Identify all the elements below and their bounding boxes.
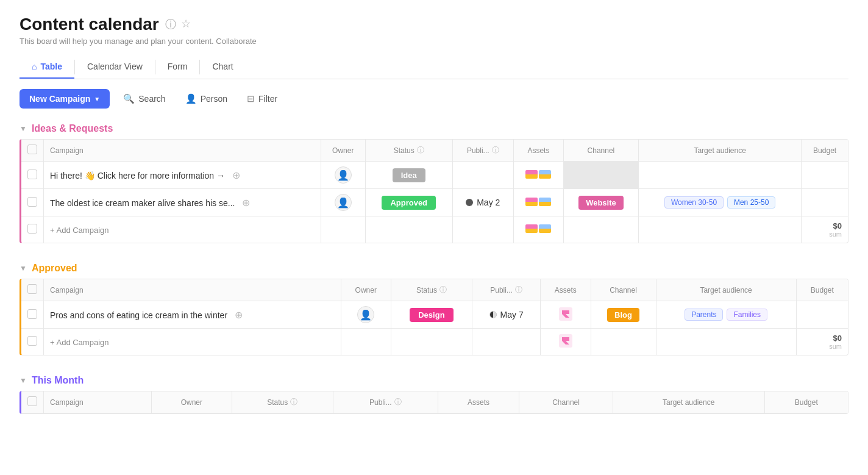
ideas-col-audience: Target audience — [638, 140, 801, 162]
ideas-chevron-icon[interactable]: ▼ — [20, 124, 27, 133]
approved-header-checkbox[interactable] — [27, 284, 37, 294]
ideas-section-title: Ideas & Requests — [32, 123, 113, 134]
filter-button[interactable]: ⊟ Filter — [241, 90, 283, 108]
row1-check — [21, 162, 44, 189]
star-icon[interactable]: ☆ — [181, 17, 191, 32]
tab-chart[interactable]: Chart — [200, 55, 245, 79]
row1-audience — [638, 162, 801, 189]
thismonth-header-checkbox[interactable] — [27, 396, 37, 406]
toolbar: New Campaign ▼ 🔍 Search 👤 Person ⊟ Filte… — [20, 89, 848, 109]
search-button[interactable]: 🔍 Search — [117, 90, 171, 108]
add-assets — [513, 216, 563, 243]
row2-budget — [802, 189, 848, 216]
thismonth-col-campaign: Campaign — [44, 391, 152, 413]
thismonth-status-info-icon: ⓘ — [290, 397, 297, 407]
row1-status-badge: Idea — [393, 168, 425, 182]
info-icon[interactable]: ⓘ — [165, 17, 176, 32]
add-check — [21, 216, 44, 243]
table-row: Pros and cons of eating ice cream in the… — [21, 301, 848, 329]
row2-status: Approved — [365, 189, 452, 216]
title-icons: ⓘ ☆ — [165, 17, 191, 32]
ap-add-audience — [656, 329, 796, 355]
ap-add-status — [391, 329, 472, 355]
tab-calendar[interactable]: Calendar View — [75, 55, 155, 79]
row2-campaign: The oldest ice cream maker alive shares … — [44, 189, 321, 216]
ap-row1-publi-dot — [489, 311, 497, 318]
section-ideas: ▼ Ideas & Requests Campaign Owner Status… — [20, 123, 848, 243]
search-icon: 🔍 — [123, 93, 135, 104]
ap-row1-publi-date: May 7 — [500, 310, 524, 320]
ap-row1-audience-tag1: Parents — [685, 309, 723, 321]
ap-add-channel — [591, 329, 656, 355]
add-audience — [638, 216, 801, 243]
ap-add-assets — [540, 329, 591, 355]
ideas-sum-sub: sum — [808, 230, 842, 238]
thismonth-col-assets: Assets — [438, 391, 519, 413]
ap-row1-campaign: Pros and cons of eating ice cream in the… — [44, 301, 341, 329]
thismonth-header-row: Campaign Owner Status ⓘ Publi... ⓘ Asset… — [21, 391, 848, 413]
approved-col-publi: Publi... ⓘ — [472, 279, 541, 301]
approved-section-title: Approved — [32, 263, 77, 274]
tab-table[interactable]: ⌂ Table — [20, 55, 74, 79]
approved-col-status: Status ⓘ — [391, 279, 472, 301]
row2-publi: May 2 — [452, 189, 513, 216]
ideas-col-budget: Budget — [802, 140, 848, 162]
row1-owner: 👤 — [321, 162, 365, 189]
ideas-col-campaign: Campaign — [44, 140, 321, 162]
thismonth-col-publi: Publi... ⓘ — [333, 391, 438, 413]
ap-row1-add-icon[interactable]: ⊕ — [235, 310, 243, 320]
row2-publi-date: May 2 — [477, 198, 500, 207]
ideas-col-check — [21, 140, 44, 162]
ap-add-checkbox[interactable] — [27, 336, 37, 346]
ap-row1-checkbox[interactable] — [27, 309, 37, 319]
row2-campaign-text: The oldest ice cream maker alive shares … — [50, 198, 235, 208]
approved-col-audience: Target audience — [656, 279, 796, 301]
chevron-down-icon: ▼ — [94, 96, 100, 102]
ideas-col-status: Status ⓘ — [365, 140, 452, 162]
thismonth-col-budget: Budget — [764, 391, 848, 413]
ideas-sum-value: $0 — [808, 221, 842, 230]
add-campaign-cell[interactable]: + Add Campaign — [44, 216, 321, 243]
ap-add-check — [21, 329, 44, 355]
approved-status-info-icon: ⓘ — [439, 285, 447, 295]
tab-form[interactable]: Form — [155, 55, 200, 79]
approved-chevron-icon[interactable]: ▼ — [20, 264, 27, 273]
ideas-table: Campaign Owner Status ⓘ Publi... ⓘ Asset… — [21, 140, 848, 243]
add-publi — [452, 216, 513, 243]
approved-col-assets: Assets — [540, 279, 591, 301]
ap-add-publi — [472, 329, 541, 355]
tab-calendar-label: Calendar View — [87, 62, 143, 71]
row1-assets-flags — [525, 170, 551, 179]
flag4 — [539, 198, 551, 206]
row1-add-icon[interactable]: ⊕ — [232, 170, 240, 180]
tab-form-label: Form — [168, 62, 188, 71]
person-button[interactable]: 👤 Person — [179, 90, 233, 108]
row2-add-icon[interactable]: ⊕ — [242, 198, 250, 208]
row1-campaign-text: Hi there! 👋 Click here for more informat… — [50, 171, 225, 180]
row2-owner: 👤 — [321, 189, 365, 216]
row1-channel — [563, 162, 638, 189]
thismonth-col-owner: Owner — [151, 391, 232, 413]
ap-add-owner — [341, 329, 391, 355]
new-campaign-label: New Campaign — [29, 94, 90, 104]
row1-checkbox[interactable] — [27, 170, 37, 179]
framer-icon — [559, 307, 572, 321]
add-campaign-row: + Add Campaign — [21, 216, 848, 243]
ap-add-campaign-label[interactable]: + Add Campaign — [50, 338, 108, 347]
thismonth-chevron-icon[interactable]: ▼ — [20, 376, 27, 385]
new-campaign-button[interactable]: New Campaign ▼ — [20, 89, 110, 109]
approved-col-budget: Budget — [796, 279, 848, 301]
row2-channel: Website — [563, 189, 638, 216]
person-icon: 👤 — [185, 93, 197, 104]
add-campaign-label[interactable]: + Add Campaign — [50, 226, 108, 235]
add-checkbox[interactable] — [27, 224, 37, 234]
add-owner — [321, 216, 365, 243]
row2-checkbox[interactable] — [27, 197, 37, 207]
ap-row1-budget — [796, 301, 848, 329]
ap-row1-assets — [540, 301, 591, 329]
header-checkbox[interactable] — [27, 145, 37, 154]
ap-row1-owner: 👤 — [341, 301, 391, 329]
table-row: The oldest ice cream maker alive shares … — [21, 189, 848, 216]
ap-add-campaign-cell[interactable]: + Add Campaign — [44, 329, 341, 355]
row2-check — [21, 189, 44, 216]
